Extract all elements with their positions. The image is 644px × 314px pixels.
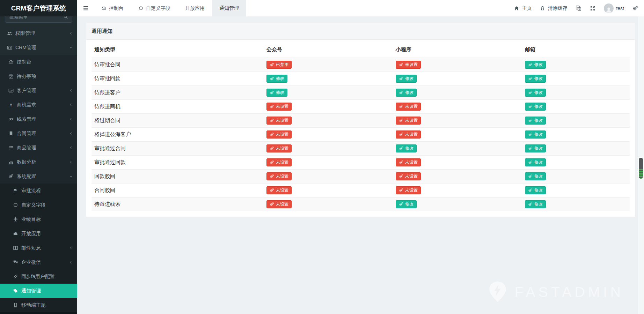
sidebar-item-todo-items[interactable]: 待办事项 [0,69,77,83]
miniapp-setting-button[interactable]: 修改 [396,75,417,83]
menu-search-input[interactable] [5,16,72,23]
miniapp-setting-button[interactable]: 未设置 [396,130,421,139]
table-row: 待跟进客户修改修改修改 [92,86,630,100]
cogs-icon [399,160,403,165]
table-row: 待审批合同已禁用未设置修改 [92,58,630,72]
circle-icon [138,6,144,11]
settings-button[interactable] [632,5,638,11]
email-setting-button[interactable]: 修改 [525,61,546,69]
fullscreen-button[interactable] [590,6,595,11]
sidebar-item-label: 合同管理 [17,130,36,137]
wechat-setting-button[interactable]: 未设置 [266,144,292,152]
wechat-cell: 修改 [264,86,393,100]
email-setting-button[interactable]: 修改 [525,75,546,83]
sidebar-item-approval-flow[interactable]: 审批流程 [0,184,77,198]
angle-down-icon [69,46,73,50]
email-setting-button[interactable]: 修改 [525,89,546,97]
sidebar-item-contract-management[interactable]: 合同管理 [0,126,77,141]
email-setting-button[interactable]: 修改 [525,117,546,125]
tab-dashboard[interactable]: 控制台 [94,0,131,16]
wechat-setting-button[interactable]: 已禁用 [266,61,292,69]
sidebar-item-label: 企业微信 [21,259,41,266]
sidebar-item-auth-management[interactable]: 权限管理 [0,26,77,40]
sidebar-item-crm-management[interactable]: CRM管理 [0,40,77,55]
email-setting-button[interactable]: 修改 [525,200,546,208]
sidebar-item-dashboard[interactable]: 控制台 [0,55,77,69]
miniapp-setting-button[interactable]: 修改 [396,89,417,97]
fastadmin-logo-icon [488,281,507,303]
calendar-icon [8,74,14,79]
tab-label: 通知管理 [219,5,239,12]
sidebar-item-leads-management[interactable]: 线索管理 [0,112,77,126]
email-setting-button[interactable]: 修改 [525,186,546,194]
cogs-icon [270,62,274,67]
scrollbar-thumb[interactable] [639,158,643,179]
wechat-cell: 未设置 [264,197,393,211]
button-label: 未设置 [276,174,288,179]
sidebar-item-label: 业绩目标 [21,216,41,223]
sidebar-item-customer-management[interactable]: 客户管理 [0,83,77,98]
tab-open-apps[interactable]: 开放应用 [178,0,212,16]
miniapp-setting-button[interactable]: 未设置 [396,158,421,166]
button-label: 修改 [534,160,543,165]
email-setting-button[interactable]: 修改 [525,172,546,180]
miniapp-setting-button[interactable]: 未设置 [396,117,421,125]
email-setting-button[interactable]: 修改 [525,103,546,111]
sidebar-item-business-demand[interactable]: ¥商机需求 [0,98,77,112]
notification-type-cell: 回款驳回 [92,170,264,184]
wechat-setting-button[interactable]: 未设置 [266,117,292,125]
sidebar-item-mobile-theme[interactable]: 移动端主题 [0,298,77,312]
email-setting-button[interactable]: 修改 [525,130,546,139]
miniapp-setting-button[interactable]: 修改 [396,144,417,152]
button-label: 修改 [534,202,543,207]
fastadmin-watermark: FASTADMIN [488,281,624,303]
wechat-setting-button[interactable]: 未设置 [266,186,292,194]
miniapp-setting-button[interactable]: 未设置 [396,61,421,69]
language-switch-button[interactable]: A文 [576,5,581,11]
sidebar-item-label: 系统配置 [17,173,36,180]
wechat-setting-button[interactable]: 未设置 [266,200,292,208]
wechat-setting-button[interactable]: 未设置 [266,103,292,111]
sidebar-item-label: 待办事项 [17,73,36,80]
miniapp-setting-button[interactable]: 未设置 [396,186,421,194]
sidebar-toggle-button[interactable] [77,0,94,16]
sidebar-item-open-apps[interactable]: 开放应用 [0,226,77,241]
miniapp-setting-button[interactable]: 修改 [396,200,417,208]
svg-text:文: 文 [579,8,581,10]
clear-cache-button[interactable]: 清除缓存 [540,5,567,12]
wechat-setting-button[interactable]: 未设置 [266,130,292,139]
wechat-setting-button[interactable]: 未设置 [266,172,292,180]
sidebar-item-system-config[interactable]: 系统配置 [0,169,77,184]
sidebar-item-performance-target[interactable]: 业绩目标 [0,212,77,226]
email-setting-button[interactable]: 修改 [525,144,546,152]
notification-type-cell: 审批通过合同 [92,142,264,156]
wechat-setting-button[interactable]: 修改 [266,89,287,97]
wechat-setting-button[interactable]: 未设置 [266,158,292,166]
miniapp-setting-button[interactable]: 未设置 [396,172,421,180]
cloud-icon [13,231,18,236]
sidebar-item-label: 线索管理 [17,116,36,122]
expand-icon [590,6,595,11]
angle-left-icon [69,260,73,264]
sidebar-item-wework[interactable]: 企业微信 [0,255,77,269]
miniapp-setting-button[interactable]: 未设置 [396,103,421,111]
sidebar-item-data-analysis[interactable]: 数据分析 [0,155,77,169]
sidebar-item-custom-fields[interactable]: 自定义字段 [0,198,77,212]
watermark-text: FASTADMIN [514,284,624,300]
wechat-setting-button[interactable]: 修改 [266,75,287,83]
sidebar-item-notification-management[interactable]: 通知管理 [0,284,77,298]
list-icon [8,145,14,150]
button-label: 未设置 [276,202,288,207]
sidebar-item-sync-fa-user[interactable]: 同步fa用户配置 [0,269,77,284]
notification-type-cell: 待跟进线索 [92,197,264,211]
wechat-cell: 已禁用 [264,58,393,72]
tab-notification-management[interactable]: 通知管理 [212,0,246,16]
sidebar-item-product-management[interactable]: 商品管理 [0,141,77,155]
email-setting-button[interactable]: 修改 [525,158,546,166]
tab-custom-fields[interactable]: 自定义字段 [131,0,178,16]
home-link[interactable]: 主页 [514,5,532,12]
user-menu[interactable]: test [604,3,624,13]
sidebar-item-mail-sms[interactable]: 邮件短息 [0,241,77,255]
sidebar-item-label: 审批流程 [21,188,41,194]
notification-table: 通知类型公众号小程序邮箱 待审批合同已禁用未设置修改待审批回款修改修改修改待跟进… [92,42,630,211]
